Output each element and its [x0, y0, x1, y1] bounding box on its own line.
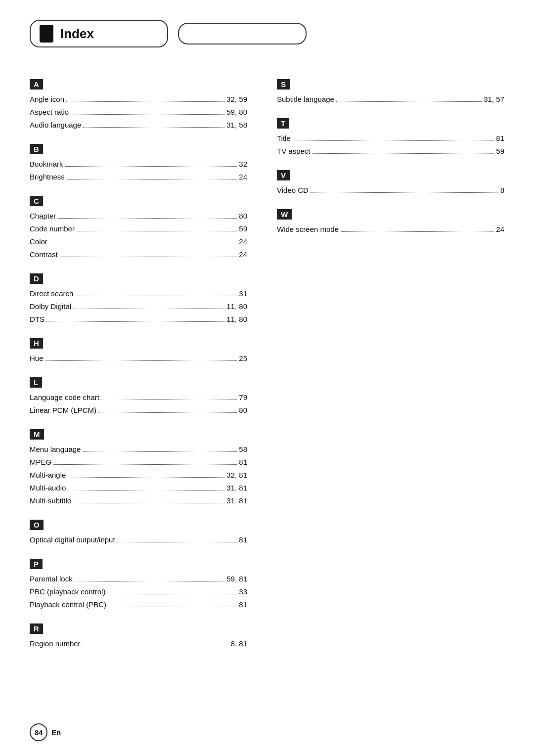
section-header-b: B: [30, 144, 43, 154]
entry-page: 33: [239, 586, 247, 598]
section-header-h: H: [30, 338, 43, 349]
entry-dots: [83, 646, 229, 646]
page-title: Index: [60, 26, 94, 42]
entry-dots: [312, 153, 494, 154]
entry-page: 59, 81: [226, 573, 247, 585]
entry-name: Menu language: [30, 444, 81, 455]
index-entry: Angle icon32, 59: [30, 93, 247, 105]
index-entry: Multi-audio31, 81: [30, 482, 247, 494]
entry-dots: [101, 400, 237, 400]
index-entry: TV aspect59: [277, 145, 504, 157]
section-header-p: P: [30, 559, 43, 569]
index-entry: Language code chart79: [30, 392, 247, 403]
entry-dots: [68, 477, 224, 478]
entry-name: MPEG: [30, 456, 51, 468]
index-entry: Wide screen mode24: [277, 223, 504, 235]
entry-name: Region number: [30, 638, 81, 650]
index-entry: Title81: [277, 133, 504, 144]
entry-dots: [71, 114, 224, 115]
index-tab: Index: [30, 20, 168, 47]
page-container: Index AAngle icon32, 59Aspect ratio59, 8…: [0, 0, 534, 756]
index-entry: Audio language31, 58: [30, 119, 247, 131]
entry-name: Parental lock: [30, 573, 73, 585]
entry-page: 31: [239, 288, 247, 300]
entry-page: 32, 59: [226, 93, 247, 105]
section-header-d: D: [30, 273, 43, 284]
entry-name: Bookmark: [30, 158, 63, 170]
section-header-s: S: [277, 79, 290, 89]
entry-dots: [58, 218, 237, 219]
section-header-t: T: [277, 118, 289, 129]
entry-name: Optical digital output/input: [30, 534, 115, 546]
section-header-c: C: [30, 196, 43, 206]
index-entry: Aspect ratio59, 80: [30, 106, 247, 118]
section-header-w: W: [277, 209, 292, 220]
entry-name: Direct search: [30, 288, 73, 300]
entry-dots: [68, 490, 224, 490]
index-entry: MPEG81: [30, 456, 247, 468]
entry-name: Wide screen mode: [277, 223, 339, 235]
entry-page: 24: [496, 223, 504, 235]
right-column: SSubtitle language31, 57TTitle81TV aspec…: [267, 67, 504, 651]
entry-name: Angle icon: [30, 93, 64, 105]
entry-page: 11, 80: [226, 301, 247, 312]
entry-page: 8: [500, 184, 504, 196]
entry-dots: [73, 309, 224, 309]
entry-page: 25: [239, 353, 247, 364]
index-columns: AAngle icon32, 59Aspect ratio59, 80Audio…: [30, 67, 504, 651]
entry-page: 59: [496, 145, 504, 157]
entry-page: 31, 57: [484, 93, 504, 105]
entry-dots: [46, 321, 224, 322]
entry-dots: [75, 581, 225, 581]
index-entry: PBC (playback control)33: [30, 586, 247, 598]
index-entry: Linear PCM (LPCM)80: [30, 404, 247, 416]
entry-dots: [75, 296, 237, 296]
entry-name: Subtitle language: [277, 93, 334, 105]
entry-name: Video CD: [277, 184, 309, 196]
index-entry: Bookmark32: [30, 158, 247, 170]
footer-language: En: [51, 728, 61, 737]
entry-page: 79: [239, 392, 247, 403]
entry-dots: [117, 542, 237, 542]
index-entry: Brightness24: [30, 171, 247, 183]
entry-name: Chapter: [30, 210, 56, 222]
entry-page: 31, 81: [226, 495, 247, 507]
index-entry: Hue25: [30, 353, 247, 364]
entry-page: 81: [239, 456, 247, 468]
index-entry: Video CD8: [277, 184, 504, 196]
entry-dots: [73, 503, 224, 503]
section-header-r: R: [30, 623, 43, 634]
entry-dots: [293, 140, 494, 141]
index-entry: Dolby Digital11, 80: [30, 301, 247, 312]
entry-dots: [49, 244, 237, 244]
entry-page: 80: [239, 210, 247, 222]
entry-name: PBC (playback control): [30, 586, 105, 598]
index-entry: Color24: [30, 236, 247, 248]
left-column: AAngle icon32, 59Aspect ratio59, 80Audio…: [30, 67, 267, 651]
index-entry: DTS11, 80: [30, 313, 247, 325]
entry-name: Dolby Digital: [30, 301, 71, 312]
entry-page: 59, 80: [226, 106, 247, 118]
entry-dots: [336, 101, 482, 102]
section-header-a: A: [30, 79, 43, 89]
entry-page: 32: [239, 158, 247, 170]
section-header-v: V: [277, 170, 290, 180]
entry-dots: [66, 101, 224, 102]
entry-dots: [311, 192, 498, 193]
entry-name: Color: [30, 236, 47, 248]
entry-name: Linear PCM (LPCM): [30, 404, 96, 416]
entry-page: 59: [239, 223, 247, 235]
entry-dots: [83, 127, 224, 128]
entry-page: 81: [496, 133, 504, 144]
entry-page: 58: [239, 444, 247, 455]
entry-page: 8, 81: [231, 638, 247, 650]
entry-dots: [108, 607, 237, 607]
index-entry: Region number8, 81: [30, 638, 247, 650]
entry-name: Aspect ratio: [30, 106, 69, 118]
index-entry: Multi-subtitle31, 81: [30, 495, 247, 507]
index-entry: Menu language58: [30, 444, 247, 455]
entry-dots: [83, 451, 237, 452]
entry-dots: [60, 257, 237, 257]
entry-name: Code number: [30, 223, 75, 235]
header: Index: [30, 20, 504, 47]
